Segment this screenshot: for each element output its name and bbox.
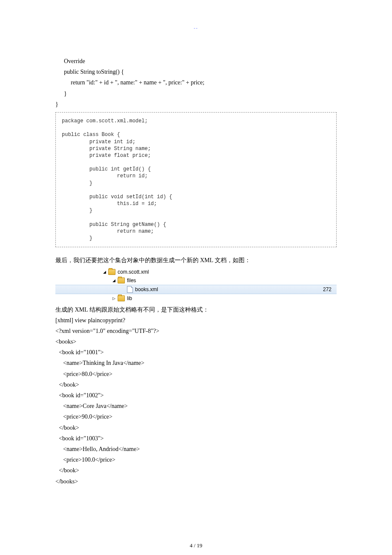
file-size: 272	[323, 286, 333, 292]
xml-line: </book>	[55, 422, 337, 433]
tree-label: com.scott.xml	[118, 269, 149, 275]
tree-label: files	[127, 278, 136, 283]
folder-icon	[108, 269, 115, 275]
page-number: 4 / 19	[55, 542, 337, 549]
disclosure-open-icon: ◢	[112, 278, 116, 283]
code-line: Override	[55, 56, 337, 66]
code-line: return "id:" + id + ", name:" + name + "…	[55, 77, 337, 88]
folder-icon	[118, 278, 125, 283]
xml-line: </books>	[55, 476, 337, 487]
xml-line: </book>	[55, 379, 337, 390]
tree-label: lib	[127, 295, 132, 301]
xml-line: <?xml version="1.0" encoding="UTF-8"?>	[55, 326, 337, 336]
xml-line: <price>90.0</price>	[55, 411, 337, 422]
xml-view-link[interactable]: [xhtml] view plaincopyprint?	[55, 315, 337, 326]
paragraph: 生成的 XML 结构跟原始文档略有不同，是下面这种格式：	[55, 304, 337, 315]
paragraph: 最后，我们还要把这个集合对象中的数据生成一个新的 XML 文档，如图：	[55, 255, 337, 266]
code-block: package com.scott.xml.model; public clas…	[55, 112, 337, 247]
xml-line: <name>Thinking In Java</name>	[55, 358, 337, 368]
xml-line: <price>100.0</price>	[55, 454, 337, 465]
xml-line: <price>80.0</price>	[55, 369, 337, 379]
xml-line: </book>	[55, 465, 337, 476]
xml-line: <name>Hello, Andriod</name>	[55, 444, 337, 454]
code-line: }	[55, 88, 337, 99]
code-line: }	[55, 99, 337, 110]
folder-icon	[118, 295, 125, 301]
tree-row-file-selected[interactable]: ◢ books.xml 272	[55, 285, 337, 294]
tree-row-package: ◢ com.scott.xml	[55, 268, 337, 276]
xml-line: <book id="1002">	[55, 390, 337, 401]
file-icon	[127, 286, 133, 293]
tree-row-folder: ◢ files	[55, 276, 337, 285]
xml-line: <book id="1001">	[55, 347, 337, 358]
xml-line: <name>Core Java</name>	[55, 401, 337, 411]
disclosure-closed-icon: ▷	[112, 296, 116, 301]
tree-row-folder: ▷ lib	[55, 294, 337, 303]
xml-line: <book id="1003">	[55, 433, 337, 444]
page: -- Override public String toString() { r…	[0, 0, 392, 555]
disclosure-open-icon: ◢	[102, 270, 107, 274]
header-decor: --	[55, 26, 337, 30]
code-line: public String toString() {	[55, 66, 337, 77]
tree-label: books.xml	[135, 286, 158, 292]
xml-line: <books>	[55, 336, 337, 347]
file-tree: ◢ com.scott.xml ◢ files ◢ books.xml 272 …	[55, 268, 337, 303]
